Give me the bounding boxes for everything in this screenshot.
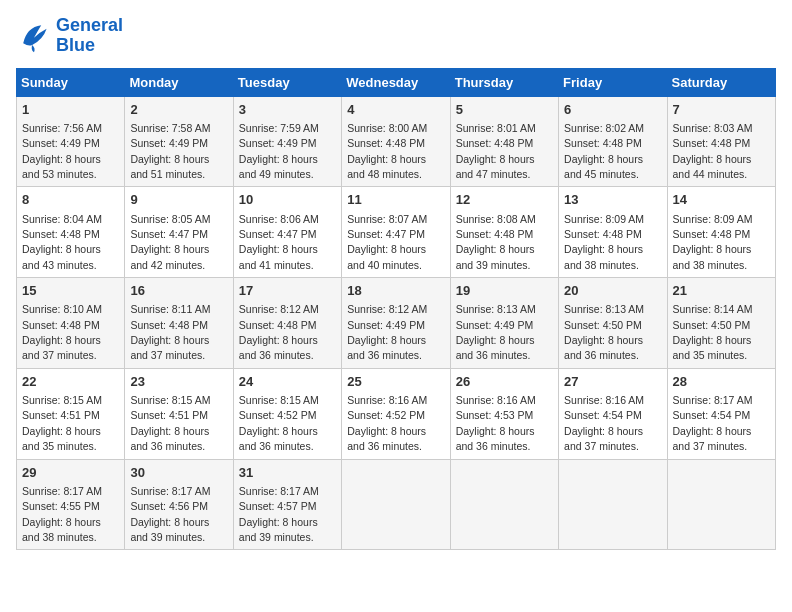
day-info: Sunrise: 8:16 AM Sunset: 4:52 PM Dayligh… (347, 394, 427, 452)
day-number: 23 (130, 373, 227, 391)
calendar-cell: 1Sunrise: 7:56 AM Sunset: 4:49 PM Daylig… (17, 96, 125, 187)
day-info: Sunrise: 8:16 AM Sunset: 4:53 PM Dayligh… (456, 394, 536, 452)
calendar-cell (667, 459, 775, 550)
day-number: 15 (22, 282, 119, 300)
logo-icon (16, 18, 52, 54)
calendar-cell: 22Sunrise: 8:15 AM Sunset: 4:51 PM Dayli… (17, 368, 125, 459)
calendar-cell: 6Sunrise: 8:02 AM Sunset: 4:48 PM Daylig… (559, 96, 667, 187)
calendar-cell: 21Sunrise: 8:14 AM Sunset: 4:50 PM Dayli… (667, 278, 775, 369)
day-number: 1 (22, 101, 119, 119)
day-number: 30 (130, 464, 227, 482)
day-number: 3 (239, 101, 336, 119)
day-info: Sunrise: 8:06 AM Sunset: 4:47 PM Dayligh… (239, 213, 319, 271)
col-header-friday: Friday (559, 68, 667, 96)
day-info: Sunrise: 8:12 AM Sunset: 4:49 PM Dayligh… (347, 303, 427, 361)
calendar-cell: 5Sunrise: 8:01 AM Sunset: 4:48 PM Daylig… (450, 96, 558, 187)
day-info: Sunrise: 8:16 AM Sunset: 4:54 PM Dayligh… (564, 394, 644, 452)
day-info: Sunrise: 8:01 AM Sunset: 4:48 PM Dayligh… (456, 122, 536, 180)
day-info: Sunrise: 7:56 AM Sunset: 4:49 PM Dayligh… (22, 122, 102, 180)
calendar-cell: 8Sunrise: 8:04 AM Sunset: 4:48 PM Daylig… (17, 187, 125, 278)
calendar-cell: 9Sunrise: 8:05 AM Sunset: 4:47 PM Daylig… (125, 187, 233, 278)
calendar-cell: 23Sunrise: 8:15 AM Sunset: 4:51 PM Dayli… (125, 368, 233, 459)
day-info: Sunrise: 8:03 AM Sunset: 4:48 PM Dayligh… (673, 122, 753, 180)
day-number: 18 (347, 282, 444, 300)
calendar-cell: 19Sunrise: 8:13 AM Sunset: 4:49 PM Dayli… (450, 278, 558, 369)
day-number: 26 (456, 373, 553, 391)
calendar-cell: 14Sunrise: 8:09 AM Sunset: 4:48 PM Dayli… (667, 187, 775, 278)
day-info: Sunrise: 8:08 AM Sunset: 4:48 PM Dayligh… (456, 213, 536, 271)
col-header-monday: Monday (125, 68, 233, 96)
day-number: 2 (130, 101, 227, 119)
calendar-cell: 31Sunrise: 8:17 AM Sunset: 4:57 PM Dayli… (233, 459, 341, 550)
day-info: Sunrise: 8:15 AM Sunset: 4:52 PM Dayligh… (239, 394, 319, 452)
day-info: Sunrise: 8:17 AM Sunset: 4:54 PM Dayligh… (673, 394, 753, 452)
calendar-cell: 29Sunrise: 8:17 AM Sunset: 4:55 PM Dayli… (17, 459, 125, 550)
day-info: Sunrise: 8:13 AM Sunset: 4:50 PM Dayligh… (564, 303, 644, 361)
day-info: Sunrise: 8:15 AM Sunset: 4:51 PM Dayligh… (22, 394, 102, 452)
logo-text: General Blue (56, 16, 123, 56)
day-info: Sunrise: 8:14 AM Sunset: 4:50 PM Dayligh… (673, 303, 753, 361)
col-header-sunday: Sunday (17, 68, 125, 96)
day-number: 8 (22, 191, 119, 209)
day-info: Sunrise: 8:17 AM Sunset: 4:56 PM Dayligh… (130, 485, 210, 543)
day-number: 5 (456, 101, 553, 119)
calendar-cell: 2Sunrise: 7:58 AM Sunset: 4:49 PM Daylig… (125, 96, 233, 187)
calendar-cell: 10Sunrise: 8:06 AM Sunset: 4:47 PM Dayli… (233, 187, 341, 278)
day-info: Sunrise: 8:04 AM Sunset: 4:48 PM Dayligh… (22, 213, 102, 271)
day-info: Sunrise: 8:07 AM Sunset: 4:47 PM Dayligh… (347, 213, 427, 271)
day-number: 4 (347, 101, 444, 119)
day-number: 24 (239, 373, 336, 391)
day-number: 19 (456, 282, 553, 300)
calendar-cell: 20Sunrise: 8:13 AM Sunset: 4:50 PM Dayli… (559, 278, 667, 369)
day-info: Sunrise: 8:00 AM Sunset: 4:48 PM Dayligh… (347, 122, 427, 180)
calendar-cell: 11Sunrise: 8:07 AM Sunset: 4:47 PM Dayli… (342, 187, 450, 278)
calendar-cell: 16Sunrise: 8:11 AM Sunset: 4:48 PM Dayli… (125, 278, 233, 369)
day-info: Sunrise: 8:11 AM Sunset: 4:48 PM Dayligh… (130, 303, 210, 361)
col-header-thursday: Thursday (450, 68, 558, 96)
calendar-cell: 26Sunrise: 8:16 AM Sunset: 4:53 PM Dayli… (450, 368, 558, 459)
calendar-cell (342, 459, 450, 550)
calendar-cell: 27Sunrise: 8:16 AM Sunset: 4:54 PM Dayli… (559, 368, 667, 459)
calendar-row-1: 1Sunrise: 7:56 AM Sunset: 4:49 PM Daylig… (17, 96, 776, 187)
day-number: 9 (130, 191, 227, 209)
calendar-row-3: 15Sunrise: 8:10 AM Sunset: 4:48 PM Dayli… (17, 278, 776, 369)
calendar-cell (450, 459, 558, 550)
day-number: 25 (347, 373, 444, 391)
day-info: Sunrise: 8:13 AM Sunset: 4:49 PM Dayligh… (456, 303, 536, 361)
day-number: 12 (456, 191, 553, 209)
day-number: 16 (130, 282, 227, 300)
calendar-cell: 15Sunrise: 8:10 AM Sunset: 4:48 PM Dayli… (17, 278, 125, 369)
col-header-saturday: Saturday (667, 68, 775, 96)
day-number: 17 (239, 282, 336, 300)
calendar-cell: 18Sunrise: 8:12 AM Sunset: 4:49 PM Dayli… (342, 278, 450, 369)
day-info: Sunrise: 8:12 AM Sunset: 4:48 PM Dayligh… (239, 303, 319, 361)
day-info: Sunrise: 7:59 AM Sunset: 4:49 PM Dayligh… (239, 122, 319, 180)
day-number: 20 (564, 282, 661, 300)
day-info: Sunrise: 7:58 AM Sunset: 4:49 PM Dayligh… (130, 122, 210, 180)
day-info: Sunrise: 8:17 AM Sunset: 4:55 PM Dayligh… (22, 485, 102, 543)
day-number: 31 (239, 464, 336, 482)
calendar-cell: 30Sunrise: 8:17 AM Sunset: 4:56 PM Dayli… (125, 459, 233, 550)
calendar-cell: 17Sunrise: 8:12 AM Sunset: 4:48 PM Dayli… (233, 278, 341, 369)
day-info: Sunrise: 8:10 AM Sunset: 4:48 PM Dayligh… (22, 303, 102, 361)
day-number: 22 (22, 373, 119, 391)
calendar-cell: 28Sunrise: 8:17 AM Sunset: 4:54 PM Dayli… (667, 368, 775, 459)
calendar-table: SundayMondayTuesdayWednesdayThursdayFrid… (16, 68, 776, 551)
calendar-cell: 24Sunrise: 8:15 AM Sunset: 4:52 PM Dayli… (233, 368, 341, 459)
calendar-cell: 13Sunrise: 8:09 AM Sunset: 4:48 PM Dayli… (559, 187, 667, 278)
calendar-cell: 3Sunrise: 7:59 AM Sunset: 4:49 PM Daylig… (233, 96, 341, 187)
calendar-cell: 12Sunrise: 8:08 AM Sunset: 4:48 PM Dayli… (450, 187, 558, 278)
logo: General Blue (16, 16, 123, 56)
day-info: Sunrise: 8:09 AM Sunset: 4:48 PM Dayligh… (673, 213, 753, 271)
day-number: 10 (239, 191, 336, 209)
calendar-cell: 25Sunrise: 8:16 AM Sunset: 4:52 PM Dayli… (342, 368, 450, 459)
day-number: 14 (673, 191, 770, 209)
day-info: Sunrise: 8:09 AM Sunset: 4:48 PM Dayligh… (564, 213, 644, 271)
day-info: Sunrise: 8:17 AM Sunset: 4:57 PM Dayligh… (239, 485, 319, 543)
day-number: 28 (673, 373, 770, 391)
header: General Blue (16, 16, 776, 56)
calendar-row-5: 29Sunrise: 8:17 AM Sunset: 4:55 PM Dayli… (17, 459, 776, 550)
day-number: 11 (347, 191, 444, 209)
day-info: Sunrise: 8:15 AM Sunset: 4:51 PM Dayligh… (130, 394, 210, 452)
day-number: 7 (673, 101, 770, 119)
